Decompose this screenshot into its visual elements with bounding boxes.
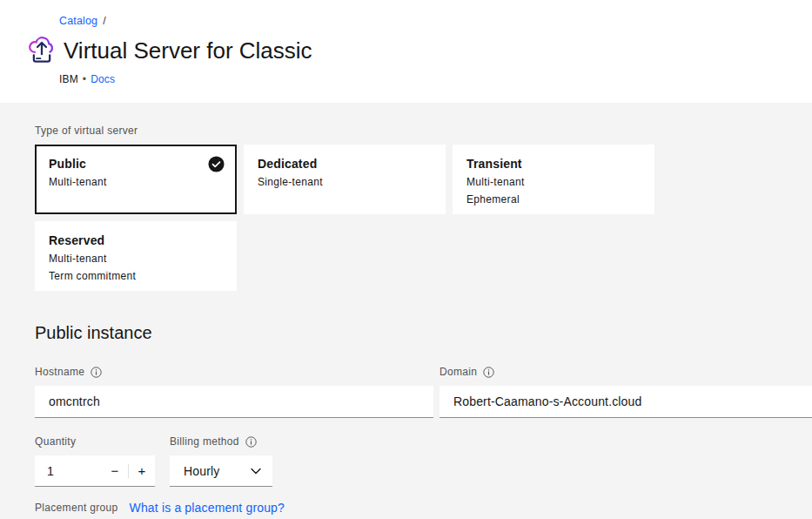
tile-dedicated[interactable]: Dedicated Single-tenant (244, 145, 446, 214)
tile-reserved[interactable]: Reserved Multi-tenant Term commitment (35, 221, 237, 291)
virtual-server-upload-cloud-icon (25, 34, 58, 67)
tile-public[interactable]: Public Multi-tenant (35, 145, 237, 214)
hostname-input[interactable] (35, 386, 433, 418)
hostname-label-text: Hostname (35, 366, 84, 378)
quantity-value[interactable]: 1 (35, 464, 102, 478)
placement-group-row: Placement group What is a placement grou… (35, 501, 812, 515)
tile-subtitle: Single-tenant (258, 176, 432, 188)
chevron-down-icon (251, 468, 261, 475)
domain-field-group: Domain (440, 366, 812, 418)
main-content: Type of virtual server Public Multi-tena… (0, 103, 812, 515)
domain-label-text: Domain (440, 366, 477, 378)
tile-subtitle: Term commitment (49, 270, 223, 282)
tile-subtitle: Multi-tenant (466, 176, 641, 188)
docs-link[interactable]: Docs (91, 73, 115, 85)
quantity-stepper[interactable]: 1 − + (35, 455, 155, 487)
title-row: Virtual Server for Classic (25, 34, 812, 67)
info-icon[interactable] (245, 436, 257, 448)
vendor-name: IBM (59, 73, 78, 85)
domain-input[interactable] (440, 386, 812, 418)
tile-subtitle: Multi-tenant (49, 176, 223, 188)
page-header: Catalog/ Virtual Server for Classic IBM•… (0, 0, 812, 103)
billing-method-label-text: Billing method (170, 435, 239, 448)
tile-title: Transient (466, 157, 641, 171)
tile-subtitle: Multi-tenant (49, 253, 223, 265)
tile-title: Dedicated (258, 157, 432, 171)
breadcrumb-catalog-link[interactable]: Catalog (59, 15, 97, 27)
quantity-label: Quantity (35, 435, 155, 448)
quantity-billing-row: Quantity 1 − + Billing method Hourly (35, 435, 812, 487)
hostname-field-group: Hostname (35, 366, 433, 418)
vendor-row: IBM•Docs (59, 73, 812, 85)
breadcrumb: Catalog/ (0, 0, 812, 27)
quantity-label-text: Quantity (35, 435, 76, 448)
billing-method-value: Hourly (184, 464, 219, 478)
vendor-separator: • (83, 73, 86, 85)
tile-group-label: Type of virtual server (35, 125, 812, 137)
quantity-field-group: Quantity 1 − + (35, 435, 155, 487)
info-icon[interactable] (483, 367, 494, 378)
breadcrumb-separator: / (103, 15, 106, 27)
selected-checkmark-icon (208, 156, 225, 172)
section-title-public-instance: Public instance (35, 323, 812, 343)
hostname-domain-row: Hostname Domain (35, 366, 812, 418)
placement-group-label: Placement group (35, 502, 118, 514)
billing-field-group: Billing method Hourly (170, 435, 272, 487)
tile-subtitle: Ephemeral (466, 193, 641, 206)
quantity-decrement-button[interactable]: − (102, 455, 128, 486)
server-type-tile-group: Public Multi-tenant Dedicated Single-ten… (35, 145, 654, 291)
info-icon[interactable] (91, 367, 102, 378)
tile-transient[interactable]: Transient Multi-tenant Ephemeral (453, 145, 654, 214)
billing-method-label: Billing method (170, 435, 272, 448)
domain-label: Domain (440, 366, 812, 378)
hostname-label: Hostname (35, 366, 433, 378)
placement-group-help-link[interactable]: What is a placement group? (130, 501, 285, 515)
page-title: Virtual Server for Classic (64, 37, 312, 64)
tile-title: Reserved (49, 233, 223, 247)
tile-title: Public (49, 157, 223, 171)
quantity-increment-button[interactable]: + (129, 455, 155, 486)
billing-method-select[interactable]: Hourly (170, 455, 272, 487)
